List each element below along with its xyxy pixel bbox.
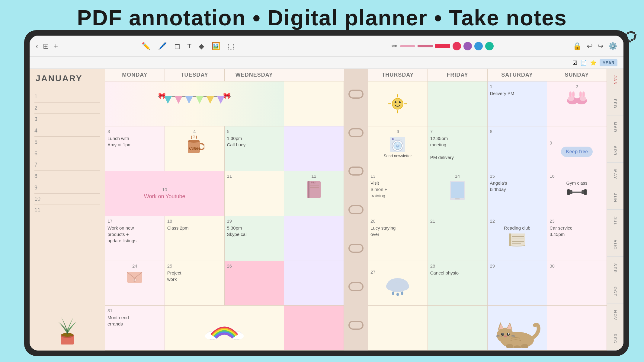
svg-point-44 — [572, 92, 574, 97]
month-nov[interactable]: NOV — [607, 303, 623, 327]
rcal-num-thu3: 13 — [370, 173, 425, 179]
redo-icon[interactable]: ↪ — [598, 42, 604, 50]
cal-cell-12: 12 MM — [284, 171, 344, 216]
svg-point-71 — [392, 291, 394, 295]
toolbar-right: 🔒 ↩ ↪ ⚙️ — [573, 42, 617, 50]
year-tag[interactable]: YEAR — [600, 59, 617, 66]
month-jan[interactable]: JAN — [607, 69, 623, 92]
color-red[interactable] — [453, 42, 461, 50]
spine-divider — [344, 69, 368, 351]
month-mar[interactable]: MAR — [607, 116, 623, 139]
cell-num-3: 3 — [107, 129, 162, 134]
cal-row-2: 3 Lunch withAmy at 1pm 4 Coffee — [105, 126, 344, 171]
cal-cell-17: 17 Work on newproducts +update listings — [105, 216, 165, 261]
sidebar-num-8: 8 — [34, 171, 100, 182]
sidebar-numbers: 1 2 3 4 5 6 7 8 9 10 11 — [30, 88, 105, 219]
color-blue[interactable] — [474, 42, 483, 50]
month-aug[interactable]: AUG — [607, 233, 623, 257]
pencil-icon[interactable]: ✏️ — [142, 42, 151, 50]
header-text: PDF annotation • Digital planner • Take … — [77, 6, 567, 30]
undo-icon[interactable]: ↩ — [587, 42, 593, 50]
sidebar-num-9: 9 — [34, 182, 100, 194]
rcal-content-fri2: 12.35pmmeetingPM delivery — [430, 135, 485, 160]
svg-point-14 — [188, 140, 200, 143]
rcal-num-sat2: 8 — [490, 129, 545, 134]
rcal-num-sun2: 9 — [549, 140, 552, 145]
lock-icon[interactable]: 🔒 — [573, 42, 582, 50]
toolbar-center: ✏️ 🖊️ ◻ T ◆ 🖼️ ⬚ — [63, 42, 313, 50]
header-tuesday: TUESDAY — [165, 69, 225, 81]
rcal-num-sun3: 16 — [549, 173, 555, 179]
cell-content-31: Month enderrands — [107, 314, 162, 327]
month-may[interactable]: MAY — [607, 163, 623, 186]
rcal-num-thu4: 20 — [370, 218, 425, 224]
pen-icon[interactable]: 🖊️ — [158, 42, 167, 50]
month-apr[interactable]: APR — [607, 139, 623, 163]
cal-cell-empty-2 — [284, 126, 344, 171]
rcal-cell-sat6 — [488, 306, 547, 350]
rcal-content-sun4: Car service3.45pm — [549, 225, 604, 237]
color-teal[interactable] — [485, 42, 494, 50]
pen2-icon[interactable]: ✏ — [392, 42, 398, 50]
month-sep[interactable]: SEP — [607, 257, 623, 280]
slippers-icon — [566, 90, 588, 107]
rcal-content-thu2: Send newsletter — [384, 153, 412, 159]
stroke-thin[interactable] — [400, 45, 415, 47]
month-jun[interactable]: JUN — [607, 186, 623, 210]
month-feb[interactable]: FEB — [607, 92, 623, 116]
cal-row-4: 17 Work on newproducts +update listings … — [105, 216, 344, 261]
sidebar-num-2: 2 — [34, 103, 100, 114]
toolbar2: ☑ 📄 ⭐ YEAR — [30, 57, 623, 69]
text-icon[interactable]: T — [187, 42, 191, 50]
svg-line-88 — [509, 337, 515, 337]
month-dec[interactable]: DEC — [607, 327, 623, 351]
rcal-content-sat3: Angela'sbirthday — [490, 180, 545, 192]
svg-rect-59 — [584, 189, 587, 195]
right-calendar: THURSDAY FRIDAY SATURDAY SUNDAY — [368, 69, 607, 351]
image-icon[interactable]: 🖼️ — [211, 42, 220, 50]
cal-cell-5: 5 1.30pmCall Lucy — [225, 126, 284, 171]
keep-free-button[interactable]: Keep free — [561, 147, 593, 157]
settings-icon[interactable]: ⚙️ — [608, 42, 617, 50]
stroke-medium[interactable] — [418, 45, 433, 47]
month-jul[interactable]: JUL — [607, 210, 623, 233]
plant-icon — [52, 308, 82, 348]
ring-6 — [348, 282, 364, 291]
cell-num-24: 24 — [132, 263, 137, 268]
ring-3 — [348, 167, 364, 176]
eraser-icon[interactable]: ◻ — [174, 42, 180, 50]
rcal-header: THURSDAY FRIDAY SATURDAY SUNDAY — [368, 69, 607, 81]
rcal-cell-sat3: 15 Angela'sbirthday — [488, 171, 547, 216]
svg-point-51 — [392, 138, 394, 140]
page-icon[interactable]: 📄 — [580, 59, 587, 66]
shape-icon[interactable]: ◆ — [199, 42, 204, 50]
header-friday: FRIDAY — [428, 69, 488, 81]
rcal-cell-thu6 — [368, 306, 428, 350]
back-icon[interactable]: ‹ — [36, 42, 38, 50]
cal-cell-18: 18 Class 2pm — [165, 216, 225, 261]
sidebar-num-7: 7 — [34, 159, 100, 171]
add-icon[interactable]: + — [54, 42, 58, 50]
rcal-num-sun1: 2 — [575, 84, 578, 89]
cat-icon — [493, 318, 541, 348]
svg-marker-8 — [207, 96, 214, 104]
cal-cell-youtube: 10 Work on Youtube — [105, 171, 225, 216]
rcal-cell-fri1 — [428, 81, 488, 126]
rcal-cell-sun5: 30 — [547, 261, 607, 306]
rcal-cell-sat1: 1 Delivery PM — [488, 81, 547, 126]
cal-row-3: 10 Work on Youtube 11 12 — [105, 171, 344, 216]
cell-content-19: 5.30pmSkype call — [227, 225, 282, 237]
cal-grid: 🎀 🎀 3 Lunch withAmy at 1pm — [105, 81, 344, 351]
left-sidebar: JANUARY 1 2 3 4 5 6 7 8 9 10 11 — [30, 69, 105, 351]
svg-text:🎀: 🎀 — [223, 92, 231, 99]
cell-num-12: 12 — [311, 173, 316, 179]
color-purple[interactable] — [463, 42, 472, 50]
cal-cell-4: 4 Coffee — [165, 126, 225, 171]
checkbox-icon[interactable]: ☑ — [572, 59, 577, 66]
star-icon[interactable]: ⭐ — [590, 59, 597, 66]
month-oct[interactable]: OCT — [607, 280, 623, 303]
ring-4 — [348, 205, 364, 214]
stroke-thick[interactable] — [435, 44, 450, 48]
select-icon[interactable]: ⬚ — [228, 42, 235, 50]
grid-icon[interactable]: ⊞ — [43, 42, 49, 50]
